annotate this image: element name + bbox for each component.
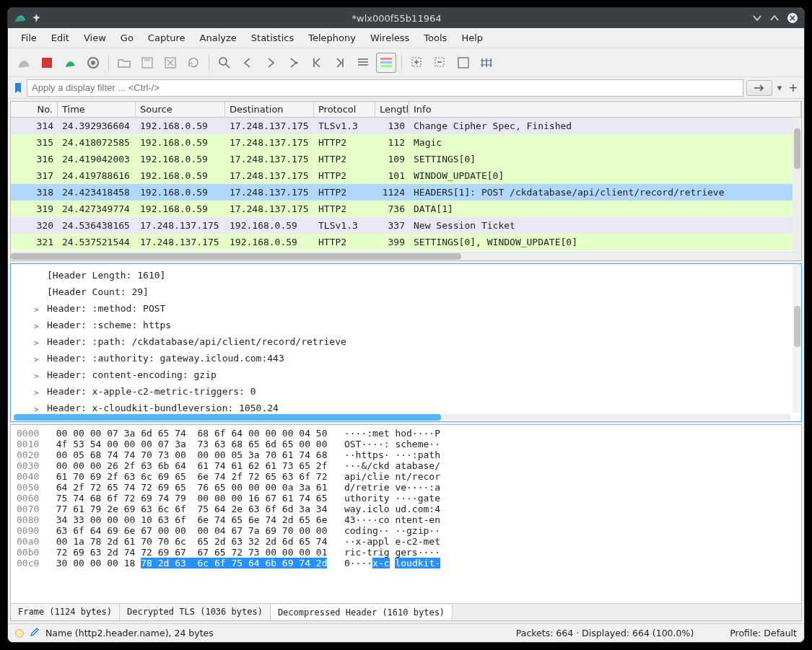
svg-rect-11: [380, 65, 392, 67]
packet-list: No. Time Source Destination Protocol Len…: [10, 101, 802, 261]
col-header-source[interactable]: Source: [136, 102, 225, 117]
col-header-info[interactable]: Info: [409, 102, 801, 117]
hex-tab-tls[interactable]: Decrypted TLS (1036 bytes): [120, 604, 271, 620]
edit-icon[interactable]: [30, 627, 40, 639]
restart-capture-icon[interactable]: [60, 53, 80, 73]
hex-line[interactable]: 0040 61 70 69 2f 63 6c 69 65 6e 74 2f 72…: [17, 471, 795, 482]
svg-point-3: [91, 61, 95, 65]
detail-line[interactable]: >Header: :method: POST: [47, 300, 795, 317]
menu-analyze[interactable]: Analyze: [193, 30, 244, 46]
col-header-proto[interactable]: Protocol: [314, 102, 375, 117]
hex-line[interactable]: 0070 77 61 79 2e 69 63 6c 6f 75 64 2e 63…: [17, 504, 795, 514]
packet-row[interactable]: 32024.53643816517.248.137.175192.168.0.5…: [11, 217, 801, 234]
svg-rect-9: [380, 58, 392, 60]
window-title: *wlx000f55b11964: [41, 13, 752, 24]
status-packet-count: Packets: 664 · Displayed: 664 (100.0%): [516, 628, 694, 638]
menu-telephony[interactable]: Telephony: [301, 30, 363, 46]
hex-line[interactable]: 0090 63 6f 64 69 6e 67 00 00 00 04 67 7a…: [17, 525, 795, 536]
packet-list-vscroll[interactable]: [793, 118, 801, 252]
filter-dropdown-icon[interactable]: ▾: [775, 82, 784, 93]
colorize-icon[interactable]: [376, 53, 396, 73]
detail-line[interactable]: [Header Length: 1610]: [47, 267, 795, 284]
maximize-icon[interactable]: [769, 13, 780, 23]
status-profile[interactable]: Profile: Default: [730, 628, 797, 638]
packet-list-hscroll[interactable]: [11, 252, 801, 260]
menu-help[interactable]: Help: [454, 30, 490, 46]
hex-line[interactable]: 0080 34 33 00 00 00 10 63 6f 6e 74 65 6e…: [17, 514, 795, 525]
status-field-info: Name (http2.header.name), 24 bytes: [45, 628, 214, 638]
reload-icon[interactable]: [183, 53, 204, 73]
filter-apply-button[interactable]: [746, 80, 772, 96]
go-last-icon[interactable]: [330, 53, 350, 73]
zoom-out-icon[interactable]: [430, 53, 450, 73]
menu-go[interactable]: Go: [113, 30, 141, 46]
zoom-in-icon[interactable]: [407, 53, 427, 73]
menu-edit[interactable]: Edit: [44, 30, 77, 46]
svg-point-8: [296, 61, 298, 63]
packet-row[interactable]: 31824.423418458192.168.0.5917.248.137.17…: [11, 184, 801, 201]
hex-line[interactable]: 0050 64 2f 72 65 74 72 69 65 76 65 00 00…: [17, 482, 795, 493]
close-icon[interactable]: [787, 12, 798, 24]
hex-line[interactable]: 0010 4f 53 54 00 00 00 07 3a 73 63 68 65…: [17, 439, 795, 449]
resize-columns-icon[interactable]: [476, 53, 497, 73]
menu-statistics[interactable]: Statistics: [244, 30, 301, 46]
detail-line[interactable]: [Header Count: 29]: [47, 284, 795, 300]
col-header-len[interactable]: Lengtl: [375, 102, 409, 117]
goto-packet-icon[interactable]: [284, 53, 304, 73]
col-header-time[interactable]: Time: [58, 102, 136, 117]
details-vscroll[interactable]: [793, 264, 801, 413]
packet-row[interactable]: 31924.427349774192.168.0.5917.248.137.17…: [11, 201, 801, 217]
col-header-dest[interactable]: Destination: [225, 102, 314, 117]
svg-rect-1: [42, 58, 52, 68]
close-file-icon[interactable]: [160, 53, 180, 73]
detail-line[interactable]: >Header: :path: /ckdatabase/api/client/r…: [47, 333, 795, 350]
display-filter-input[interactable]: [27, 79, 743, 97]
filter-bar: ▾ +: [8, 77, 804, 99]
find-icon[interactable]: [214, 53, 235, 73]
hex-line[interactable]: 00c0 30 00 00 00 18 78 2d 63 6c 6f 75 64…: [17, 558, 795, 568]
packet-row[interactable]: 31724.419788616192.168.0.5917.248.137.17…: [11, 167, 801, 184]
hex-line[interactable]: 00b0 72 69 63 2d 74 72 69 67 67 65 72 73…: [17, 547, 795, 558]
toolbar: [8, 48, 804, 77]
zoom-reset-icon[interactable]: [453, 53, 473, 73]
pin-icon[interactable]: [31, 13, 41, 23]
menu-view[interactable]: View: [77, 30, 113, 46]
go-first-icon[interactable]: [307, 53, 327, 73]
shark-fin-icon[interactable]: [14, 53, 34, 73]
add-filter-button[interactable]: +: [787, 81, 800, 95]
packet-row[interactable]: 31524.418072585192.168.0.5917.248.137.17…: [11, 134, 801, 151]
capture-options-icon[interactable]: [83, 53, 103, 73]
details-hscroll[interactable]: [14, 414, 791, 421]
go-back-icon[interactable]: [237, 53, 258, 73]
packet-list-header[interactable]: No. Time Source Destination Protocol Len…: [11, 102, 801, 118]
packet-row[interactable]: 32124.53752154417.248.137.175192.168.0.5…: [11, 234, 801, 250]
detail-line[interactable]: >Header: :authority: gateway.icloud.com:…: [47, 350, 795, 366]
app-icon: [14, 12, 27, 25]
expert-info-icon[interactable]: [15, 629, 24, 638]
open-file-icon[interactable]: [114, 53, 134, 73]
hex-line[interactable]: 0000 00 00 00 07 3a 6d 65 74 68 6f 64 00…: [17, 428, 795, 439]
hex-tab-frame[interactable]: Frame (1124 bytes): [11, 604, 120, 620]
minimize-icon[interactable]: [752, 13, 762, 23]
col-header-no[interactable]: No.: [11, 102, 58, 117]
bookmark-icon[interactable]: [12, 82, 24, 94]
detail-line[interactable]: >Header: x-apple-c2-metric-triggers: 0: [47, 383, 795, 400]
menu-tools[interactable]: Tools: [416, 30, 454, 46]
detail-line[interactable]: >Header: :scheme: https: [47, 317, 795, 333]
save-file-icon[interactable]: [137, 53, 157, 73]
status-bar: Name (http2.header.name), 24 bytes Packe…: [8, 623, 804, 642]
menu-capture[interactable]: Capture: [141, 30, 193, 46]
menu-wireless[interactable]: Wireless: [363, 30, 416, 46]
stop-capture-icon[interactable]: [37, 53, 57, 73]
menu-file[interactable]: File: [14, 30, 44, 46]
packet-row[interactable]: 31424.392936604192.168.0.5917.248.137.17…: [11, 118, 801, 134]
packet-row[interactable]: 31624.419042003192.168.0.5917.248.137.17…: [11, 151, 801, 167]
hex-line[interactable]: 0020 00 05 68 74 74 70 73 00 00 00 05 3a…: [17, 449, 795, 460]
detail-line[interactable]: >Header: content-encoding: gzip: [47, 366, 795, 383]
autoscroll-icon[interactable]: [353, 53, 373, 73]
hex-line[interactable]: 0030 00 00 00 26 2f 63 6b 64 61 74 61 62…: [17, 460, 795, 471]
go-forward-icon[interactable]: [261, 53, 281, 73]
hex-tab-decompressed[interactable]: Decompressed Header (1610 bytes): [271, 605, 453, 621]
hex-line[interactable]: 00a0 00 1a 78 2d 61 70 70 6c 65 2d 63 32…: [17, 536, 795, 547]
hex-line[interactable]: 0060 75 74 68 6f 72 69 74 79 00 00 00 16…: [17, 493, 795, 504]
